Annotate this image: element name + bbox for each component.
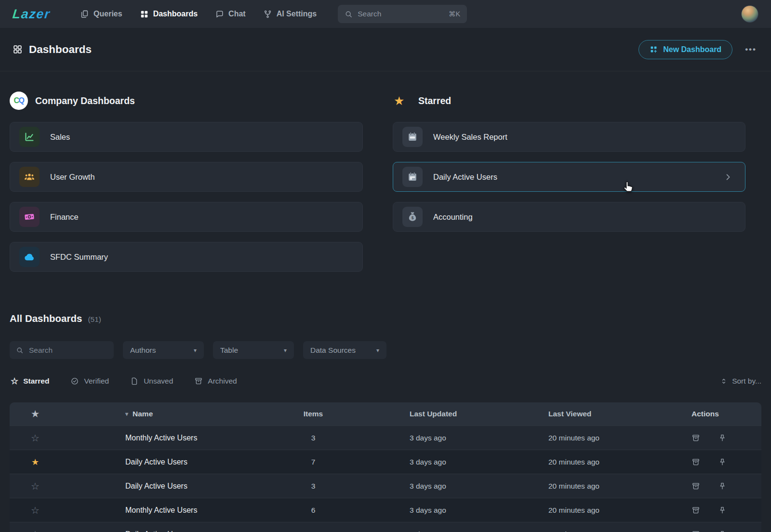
calendar-icon [402,127,423,147]
star-outline-icon: ☆ [11,377,18,386]
star-button[interactable]: ☆ [31,481,40,491]
caret-down-icon: ▾ [376,347,379,354]
card-label: Accounting [433,213,473,222]
global-search-input[interactable]: ⌘K [338,5,467,23]
archive-button[interactable] [691,506,700,515]
more-options-button[interactable]: ••• [745,45,757,54]
avatar[interactable] [741,5,758,23]
branch-icon [263,10,272,19]
page-title: Dashboards [13,43,92,56]
chart-line-icon [19,127,40,147]
table-row[interactable]: ☆ Monthly Active Users 3 3 days ago 20 m… [10,426,761,450]
actions-column-header: Actions [636,410,761,418]
archive-button[interactable] [691,482,700,491]
sort-icon [720,377,728,385]
dashboard-card-finance[interactable]: Finance [10,202,363,232]
pin-button[interactable] [718,482,727,491]
star-icon: ★ [393,95,411,107]
card-label: Daily Active Users [433,173,497,182]
table-row[interactable]: ☆ Daily Active Users 3 3 days ago 20 min… [10,474,761,498]
nav-item-ai-settings[interactable]: AI Settings [263,10,317,19]
pin-button[interactable] [718,506,727,515]
quick-filter-row: ☆ Starred Verified Unsaved Archived So [11,374,761,388]
archive-button[interactable] [691,530,700,532]
page-title-text: Dashboards [29,43,92,56]
sort-by-button[interactable]: Sort by... [720,377,761,386]
table-dropdown[interactable]: Table ▾ [213,341,294,359]
caret-down-icon: ▾ [125,411,128,417]
table-row[interactable]: ☆ Daily Active Users 8 3 days ago 20 min… [10,522,761,532]
dashboard-card-sfdc-summary[interactable]: SFDC Summary [10,242,363,272]
badge-check-icon [70,377,79,386]
caret-down-icon: ▾ [194,347,197,354]
section-title: Starred [418,95,451,106]
app-window: Lazer Queries Dashboards Chat [0,0,771,532]
starred-section-header: ★ Starred [393,92,745,110]
nav-label: AI Settings [277,10,317,18]
dashboard-card-weekly-sales-report[interactable]: Weekly Sales Report [393,122,745,152]
pin-button[interactable] [718,530,727,532]
filter-chip-starred[interactable]: ☆ Starred [11,377,49,386]
search-icon [16,346,24,354]
filter-bar: Authors ▾ Table ▾ Data Sources ▾ [10,341,771,359]
nav-item-chat[interactable]: Chat [215,10,246,19]
dashboards-icon [140,10,149,19]
authors-dropdown[interactable]: Authors ▾ [123,341,204,359]
nav-label: Chat [228,10,246,18]
grid-outline-icon [13,44,23,54]
dashboards-table: ★ ▾ Name Items Last Updated Last Viewed … [10,402,761,532]
nav-label: Queries [93,10,122,18]
lazer-logo[interactable]: Lazer [12,7,51,22]
pin-button[interactable] [718,434,727,442]
grid-plus-icon [650,45,658,53]
pin-button[interactable] [718,458,727,466]
file-icon [130,377,139,386]
archive-button[interactable] [691,458,700,466]
company-logo-icon: CQ [10,92,28,110]
starred-section: ★ Starred Weekly Sales Report Daily Acti… [393,92,745,282]
calendar-icon [402,167,423,187]
search-icon [345,10,353,18]
data-sources-dropdown[interactable]: Data Sources ▾ [303,341,386,359]
dashboard-card-user-growth[interactable]: User Growth [10,162,363,192]
dashboard-card-accounting[interactable]: $ Accounting [393,202,745,232]
new-dashboard-label: New Dashboard [663,45,721,54]
all-dashboards-count: (51) [88,315,101,324]
items-column-header: Items [304,410,323,418]
dashboards-search-input[interactable] [10,341,114,359]
dashboards-search-field[interactable] [29,346,107,355]
main-nav: Queries Dashboards Chat AI Settings [80,10,317,19]
company-section-header: CQ Company Dashboards [10,92,363,110]
archive-button[interactable] [691,434,700,442]
name-column-header[interactable]: ▾ Name [61,410,270,418]
dashboard-card-daily-active-users[interactable]: Daily Active Users [393,162,745,192]
chat-icon [215,10,224,19]
star-button[interactable]: ☆ [31,433,40,443]
filter-chip-archived[interactable]: Archived [194,377,237,386]
top-navigation-bar: Lazer Queries Dashboards Chat [0,0,771,28]
dashboard-card-sales[interactable]: Sales [10,122,363,152]
global-search-field[interactable] [358,10,444,18]
nav-item-dashboards[interactable]: Dashboards [140,10,198,19]
star-button[interactable]: ☆ [31,530,40,532]
users-icon [19,167,40,187]
table-row[interactable]: ☆ Monthly Active Users 6 3 days ago 20 m… [10,498,761,522]
money-bag-icon: $ [402,207,423,227]
last-updated-column-header: Last Updated [357,410,496,418]
card-label: SFDC Summary [50,253,108,262]
all-dashboards-header: All Dashboards (51) [10,313,771,324]
header-actions: New Dashboard ••• [638,40,757,59]
page-header: Dashboards New Dashboard ••• [0,28,771,71]
table-header-row: ★ ▾ Name Items Last Updated Last Viewed … [10,402,761,426]
nav-item-queries[interactable]: Queries [80,10,122,19]
svg-text:$: $ [412,215,414,220]
company-dashboards-section: CQ Company Dashboards Sales User Growth [10,92,363,282]
star-button[interactable]: ☆ [31,505,40,515]
chevron-right-icon [723,173,732,182]
filter-chip-unsaved[interactable]: Unsaved [130,377,173,386]
filter-chip-verified[interactable]: Verified [70,377,109,386]
table-row[interactable]: ★ Daily Active Users 7 3 days ago 20 min… [10,450,761,474]
star-button[interactable]: ★ [31,458,39,466]
new-dashboard-button[interactable]: New Dashboard [638,40,732,59]
star-column-header: ★ [31,410,39,418]
